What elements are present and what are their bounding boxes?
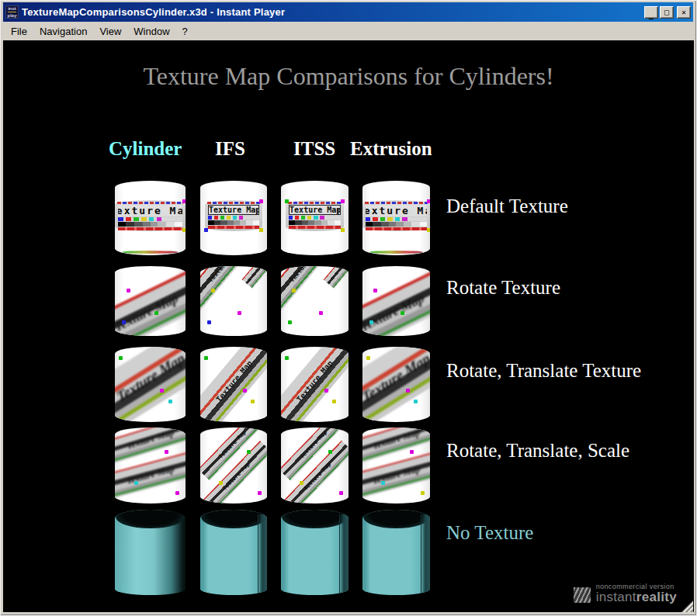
row-label-rotate-translate-texture: Rotate, Translate Texture: [446, 360, 641, 382]
cylinder-render-notexture-ifs: [200, 510, 267, 595]
cylinder-render-default-itss: Texture Map !: [281, 181, 348, 255]
cylinder-render-rts-ifs: Texture Map Texture Map: [200, 427, 267, 504]
cylinder-top-cap: [201, 510, 266, 528]
column-header-cylinder: Cylinder: [109, 138, 182, 160]
cylinder-render-notexture-itss: [281, 510, 348, 595]
cylinder-render-rts-cylinder: Texture Map Texture Map: [115, 427, 186, 504]
cylinder-top-cap: [116, 510, 185, 528]
cylinder-top-cap: [282, 510, 348, 528]
row-label-default-texture: Default Texture: [446, 196, 568, 217]
maximize-button[interactable]: □: [660, 6, 674, 19]
cylinder-render-default-cylinder: Texture Map: [115, 181, 186, 255]
minimize-button[interactable]: _: [644, 6, 658, 19]
cylinder-render-rts-extrusion: Texture Map Texture Map: [362, 427, 430, 504]
cylinder-render-rts-itss: Texture Map Texture Map: [281, 427, 348, 504]
window-title: TextureMapComparisonsCylinder.x3d - Inst…: [22, 6, 641, 18]
cylinder-render-rotate-ifs: Texture Map: [200, 266, 267, 336]
cylinder-render-notexture-extrusion: [362, 510, 430, 595]
close-button[interactable]: ✕: [677, 6, 691, 19]
row-label-rotate-translate-scale: Rotate, Translate, Scale: [446, 440, 629, 462]
brand-wordmark: instantreality: [596, 590, 677, 604]
column-header-ifs: IFS: [215, 138, 245, 160]
cylinder-render-rotate-itss: Texture Map: [281, 266, 348, 336]
row-label-rotate-texture: Rotate Texture: [446, 277, 560, 299]
menu-item-file[interactable]: File: [5, 23, 33, 40]
cylinder-render-rt-cylinder: Texture Map: [115, 347, 186, 422]
menu-item-window[interactable]: Window: [127, 23, 175, 40]
cylinder-top-cap: [363, 510, 429, 528]
menu-item-navigation[interactable]: Navigation: [33, 23, 93, 40]
cylinder-render-default-ifs: Texture Map !: [200, 181, 267, 255]
menubar: File Navigation View Window ?: [3, 22, 693, 40]
cylinder-render-rt-ifs: Texture Map: [200, 347, 267, 422]
texture-exclamation: !: [255, 206, 258, 218]
cylinder-render-rotate-extrusion: Texture Map: [362, 266, 430, 336]
app-icon-underline: [8, 12, 16, 12]
app-icon-text-top: inst: [8, 6, 16, 11]
scene-title: Texture Map Comparisons for Cylinders!: [143, 62, 553, 91]
titlebar[interactable]: inst play TextureMapComparisonsCylinder.…: [3, 2, 693, 22]
window-controls: _ □ ✕: [644, 6, 691, 19]
cylinder-render-notexture-cylinder: [115, 510, 186, 595]
app-window: inst play TextureMapComparisonsCylinder.…: [0, 0, 697, 616]
texture-exclamation: !: [337, 206, 340, 218]
cylinder-render-rotate-cylinder: Texture Map: [115, 266, 186, 336]
instantreality-logo: noncommercial version instantreality: [574, 583, 677, 604]
column-header-itss: ITSS: [293, 138, 335, 160]
menu-item-view[interactable]: View: [93, 23, 127, 40]
cylinder-render-rt-itss: Texture Map: [281, 347, 348, 422]
3d-viewport[interactable]: Texture Map Comparisons for Cylinders! C…: [3, 40, 694, 612]
app-icon: inst play: [5, 5, 19, 19]
cylinder-render-rt-extrusion: Texture Map: [362, 347, 430, 422]
app-icon-text-bottom: play: [7, 13, 16, 18]
row-label-no-texture: No Texture: [446, 522, 533, 544]
cylinder-render-default-extrusion: Texture Map: [362, 181, 430, 255]
instantreality-logo-icon: [574, 587, 591, 603]
menu-item-help[interactable]: ?: [176, 23, 194, 40]
column-header-extrusion: Extrusion: [350, 138, 432, 160]
